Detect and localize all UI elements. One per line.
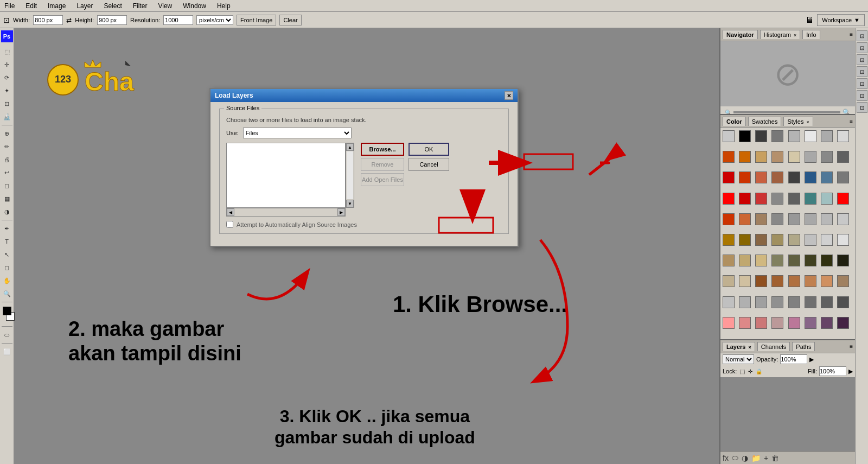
swatch-18[interactable]	[755, 171, 767, 183]
swatch-70[interactable]	[821, 296, 833, 308]
use-select[interactable]: Files	[243, 128, 352, 138]
swatch-3[interactable]	[771, 130, 783, 142]
panel-dock-2[interactable]: ⊡	[857, 42, 867, 53]
horizontal-scrollbar[interactable]: ◀ ▶	[226, 208, 346, 217]
layer-mask-button[interactable]: ⬭	[732, 453, 738, 462]
panel-dock-4[interactable]: ⊡	[857, 66, 867, 77]
stamp-tool[interactable]: 🖨	[1, 154, 13, 166]
shape-tool[interactable]: ◻	[1, 262, 13, 274]
swatch-78[interactable]	[821, 317, 833, 329]
screen-mode-tool[interactable]: ⬜	[1, 346, 13, 358]
swatch-42[interactable]	[755, 234, 767, 246]
lasso-tool[interactable]: ⟳	[1, 72, 13, 84]
lock-pixels-icon[interactable]: ⬚	[740, 368, 745, 374]
swatch-64[interactable]	[723, 296, 735, 308]
swatch-66[interactable]	[755, 296, 767, 308]
swatch-62[interactable]	[821, 275, 833, 287]
swatch-38[interactable]	[821, 213, 833, 225]
gradient-tool[interactable]: ▦	[1, 193, 13, 205]
layer-fx-button[interactable]: fx	[723, 454, 729, 462]
swatch-40[interactable]	[723, 234, 735, 246]
swatch-41[interactable]	[739, 234, 751, 246]
blend-mode-select[interactable]: Normal	[723, 354, 754, 364]
swatch-12[interactable]	[788, 151, 800, 163]
swatches-panel-collapse[interactable]: ≡	[850, 118, 853, 124]
menu-edit[interactable]: Edit	[23, 1, 39, 11]
tab-color[interactable]: Color	[723, 117, 746, 126]
swatch-65[interactable]	[739, 296, 751, 308]
swatch-71[interactable]	[837, 296, 849, 308]
swatch-17[interactable]	[739, 171, 751, 183]
hscroll-right[interactable]: ▶	[337, 208, 345, 216]
swatch-9[interactable]	[739, 151, 751, 163]
swatch-60[interactable]	[788, 275, 800, 287]
swatch-19[interactable]	[771, 171, 783, 183]
navigator-panel-collapse[interactable]: ≡	[850, 31, 853, 37]
swatch-47[interactable]	[837, 234, 849, 246]
swatch-8[interactable]	[723, 151, 735, 163]
swatch-0[interactable]	[723, 130, 735, 142]
height-input[interactable]	[97, 15, 127, 25]
swatch-49[interactable]	[739, 255, 751, 266]
swatch-35[interactable]	[771, 213, 783, 225]
panel-dock-7[interactable]: ⊡	[857, 102, 867, 113]
eyedropper-tool[interactable]: 🔬	[1, 111, 13, 123]
clear-button[interactable]: Clear	[279, 15, 301, 26]
workspace-button[interactable]: Workspace ▼	[817, 14, 865, 26]
lock-all-icon[interactable]: 🔒	[756, 368, 762, 374]
fill-input[interactable]	[819, 366, 846, 376]
nav-zoom-slider[interactable]	[733, 111, 840, 113]
swatch-77[interactable]	[805, 317, 816, 329]
opacity-input[interactable]	[780, 354, 807, 364]
swatch-57[interactable]	[739, 275, 751, 287]
swatch-52[interactable]	[788, 255, 800, 266]
menu-file[interactable]: File	[2, 1, 17, 11]
menu-image[interactable]: Image	[46, 1, 68, 11]
menu-help[interactable]: Help	[215, 1, 233, 11]
swatch-59[interactable]	[771, 275, 783, 287]
swatch-27[interactable]	[771, 193, 783, 205]
crop-tool[interactable]: ⊡	[1, 98, 13, 110]
swatch-24[interactable]	[723, 193, 735, 205]
brush-tool[interactable]: ✏	[1, 141, 13, 152]
swatch-48[interactable]	[723, 255, 735, 266]
swatch-30[interactable]	[821, 193, 833, 205]
swatch-20[interactable]	[788, 171, 800, 183]
resolution-unit-select[interactable]: pixels/cm	[196, 15, 233, 25]
swatch-14[interactable]	[821, 151, 833, 163]
swatch-15[interactable]	[837, 151, 849, 163]
swatch-13[interactable]	[805, 151, 816, 163]
swatch-54[interactable]	[821, 255, 833, 266]
color-swatches[interactable]	[1, 307, 13, 324]
magic-wand-tool[interactable]: ✦	[1, 85, 13, 97]
move-tool[interactable]: ✛	[1, 59, 13, 71]
swatch-25[interactable]	[739, 193, 751, 205]
swatch-23[interactable]	[837, 171, 849, 183]
cancel-button[interactable]: Cancel	[409, 158, 449, 171]
heal-tool[interactable]: ⊕	[1, 128, 13, 139]
swatch-2[interactable]	[755, 130, 767, 142]
swatch-39[interactable]	[837, 213, 849, 225]
swatch-56[interactable]	[723, 275, 735, 287]
swatch-21[interactable]	[805, 171, 816, 183]
browse-button[interactable]: Browse...	[361, 143, 404, 156]
tab-navigator[interactable]: Navigator	[723, 30, 758, 39]
swatch-5[interactable]	[805, 130, 816, 142]
swatch-29[interactable]	[805, 193, 816, 205]
swatch-69[interactable]	[805, 296, 816, 308]
swatch-16[interactable]	[723, 171, 735, 183]
resolution-input[interactable]	[163, 15, 193, 25]
ok-button[interactable]: OK	[409, 143, 449, 156]
swatch-63[interactable]	[837, 275, 849, 287]
remove-button[interactable]: Remove	[361, 158, 404, 171]
add-open-files-button[interactable]: Add Open Files	[361, 173, 404, 186]
swatch-44[interactable]	[788, 234, 800, 246]
swatch-26[interactable]	[755, 193, 767, 205]
panel-dock-3[interactable]: ⊡	[857, 54, 867, 65]
layer-new-button[interactable]: +	[764, 454, 768, 462]
swatch-46[interactable]	[821, 234, 833, 246]
menu-select[interactable]: Select	[101, 1, 124, 11]
zoom-tool[interactable]: 🔍	[1, 288, 13, 300]
swatch-4[interactable]	[788, 130, 800, 142]
hand-tool[interactable]: ✋	[1, 275, 13, 287]
